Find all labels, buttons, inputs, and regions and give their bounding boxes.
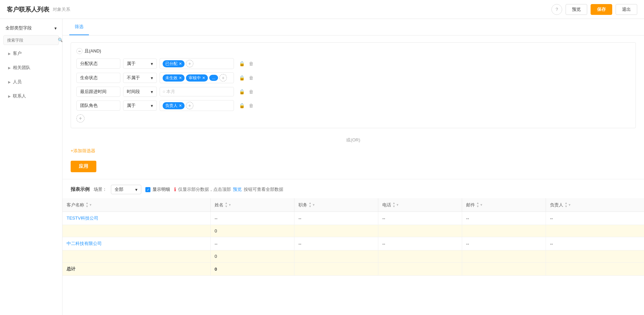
sidebar-item-customer[interactable]: ▶ 客户 (0, 48, 62, 59)
tag-remove-icon[interactable]: ✕ (179, 104, 182, 108)
search-input[interactable] (7, 38, 58, 43)
filter-row-1: 分配状态 属于 ▾ 已分配 ✕ + (76, 58, 630, 69)
filter-row-3: 最后跟进时间 时间段 ▾ ○ 本月 🔒 🗑 (76, 87, 630, 97)
tag-more: ... (209, 75, 218, 81)
filter-field-2: 生命状态 (76, 73, 120, 83)
tag-add-button-1[interactable]: + (186, 60, 193, 67)
lock-icon[interactable]: 🔒 (238, 102, 245, 109)
sort-customer[interactable]: ▲ ▼ (86, 202, 89, 208)
sidebar-item-team[interactable]: ▶ 相关团队 (0, 62, 62, 73)
filter-email-icon[interactable]: ▾ (480, 203, 482, 207)
cell-customer-name-2: 中二科技有限公司 (63, 237, 210, 250)
arrow-icon: ▶ (8, 94, 11, 98)
lock-icon[interactable]: 🔒 (238, 60, 245, 67)
time-placeholder: ○ 本月 (163, 89, 175, 95)
or-divider[interactable]: 或(OR) (71, 134, 636, 147)
tabs: 筛选 (63, 19, 644, 36)
chevron-down-icon: ▾ (54, 26, 57, 31)
sort-position[interactable]: ▲ ▼ (309, 202, 312, 208)
table-row-subtotal: 0 (63, 250, 644, 263)
customer-link-2[interactable]: 中二科技有限公司 (67, 241, 102, 246)
scene-label: 场景： (94, 186, 107, 193)
sidebar-field-type[interactable]: 全部类型字段 ▾ (0, 22, 62, 34)
filter-value-4: 负责人 ✕ + (160, 100, 234, 111)
tab-filter[interactable]: 筛选 (69, 19, 89, 35)
subtotal-label-1 (63, 225, 210, 237)
report-header: 报表示例 场景： 全部 ▾ 显示明细 ℹ 仅显示部分数据，点击顶部 预览 按 (63, 179, 644, 198)
scene-select[interactable]: 全部 ▾ (111, 185, 141, 194)
sort-phone[interactable]: ▲ ▼ (392, 202, 396, 208)
filter-op-2[interactable]: 不属于 ▾ (123, 73, 157, 83)
table-row: TESTV科技公司 -- -- -- -- -- (63, 212, 644, 225)
info-text2: 按钮可查看全部数据 (244, 186, 283, 193)
filter-field-4: 团队角色 (76, 100, 120, 111)
filter-customer-icon[interactable]: ▾ (90, 203, 92, 207)
subtotal-value-1: 0 (210, 225, 294, 237)
delete-icon[interactable]: 🗑 (247, 74, 255, 82)
sidebar-group-people: ▶ 人员 (0, 75, 62, 89)
preview-link[interactable]: 预览 (233, 186, 242, 193)
col-header-owner: 负责人 ▲ ▼ ▾ (546, 198, 644, 212)
preview-button[interactable]: 预览 (566, 4, 587, 15)
sidebar-item-people[interactable]: ▶ 人员 (0, 76, 62, 88)
add-condition-button[interactable]: + (76, 114, 85, 122)
tag-remove-icon[interactable]: ✕ (179, 76, 182, 80)
lock-icon[interactable]: 🔒 (238, 88, 245, 95)
sort-email[interactable]: ▲ ▼ (476, 202, 479, 208)
cell-phone-2: -- (378, 237, 462, 250)
sidebar-group-contact: ▶ 联系人 (0, 89, 62, 103)
exit-button[interactable]: 退出 (616, 4, 637, 15)
sidebar-label-customer: 客户 (13, 50, 22, 57)
col-header-name: 姓名 ▲ ▼ ▾ (210, 198, 294, 212)
tag-add-button-2[interactable]: + (219, 74, 227, 82)
filter-owner-icon[interactable]: ▾ (569, 203, 571, 207)
col-header-phone: 电话 ▲ ▼ ▾ (378, 198, 462, 212)
subtotal-value-2: 0 (210, 250, 294, 263)
cell-owner-2: -- (546, 237, 644, 250)
sidebar-item-contact[interactable]: ▶ 联系人 (0, 90, 62, 102)
chevron-down-icon: ▾ (151, 103, 153, 108)
filter-row-2: 生命状态 不属于 ▾ 未生效 ✕ 审 (76, 72, 630, 83)
report-label: 报表示例 (71, 186, 90, 193)
page-subtitle: 对象关系 (53, 6, 70, 13)
filter-position-icon[interactable]: ▾ (313, 203, 315, 207)
filter-value-2: 未生效 ✕ 审核中 ✕ ... + (160, 72, 234, 83)
filter-row-4: 团队角色 属于 ▾ 负责人 ✕ + (76, 100, 630, 111)
customer-link-1[interactable]: TESTV科技公司 (67, 216, 98, 221)
and-group: − 且(AND) 分配状态 属于 ▾ 已 (71, 42, 636, 128)
minus-button[interactable]: − (76, 48, 82, 54)
help-button[interactable]: ? (551, 4, 562, 15)
tag-add-button-4[interactable]: + (186, 102, 193, 109)
sidebar: 全部类型字段 ▾ 🔍 ▶ 客户 ▶ 相关团队 (0, 19, 63, 315)
apply-button[interactable]: 应用 (71, 161, 96, 172)
filter-name-icon[interactable]: ▾ (229, 203, 231, 207)
sidebar-label-people: 人员 (13, 79, 22, 85)
delete-icon[interactable]: 🗑 (247, 88, 255, 95)
tag-remove-icon[interactable]: ✕ (202, 76, 205, 80)
sidebar-label-team: 相关团队 (13, 65, 30, 71)
search-field-container: 🔍 (3, 35, 59, 45)
sort-owner[interactable]: ▲ ▼ (565, 202, 568, 208)
delete-icon[interactable]: 🗑 (247, 60, 255, 67)
show-detail-toggle[interactable]: 显示明细 (145, 186, 170, 193)
filter-op-4[interactable]: 属于 ▾ (123, 100, 157, 111)
filter-phone-icon[interactable]: ▾ (397, 203, 399, 207)
save-button[interactable]: 保存 (591, 4, 612, 15)
page-title: 客户联系人列表 (7, 5, 49, 14)
filter-actions-2: 🔒 🗑 (238, 74, 255, 82)
add-filter-link[interactable]: +添加筛选器 (71, 147, 95, 155)
table-row-subtotal: 0 (63, 225, 644, 237)
info-text: 仅显示部分数据，点击顶部 (178, 186, 231, 193)
tag-remove-icon[interactable]: ✕ (179, 62, 182, 66)
sort-name[interactable]: ▲ ▼ (225, 202, 228, 208)
cell-phone-1: -- (378, 212, 462, 225)
filter-op-3[interactable]: 时间段 ▾ (123, 87, 157, 97)
delete-icon[interactable]: 🗑 (247, 102, 255, 109)
arrow-icon: ▶ (8, 52, 11, 55)
filter-op-1[interactable]: 属于 ▾ (123, 59, 157, 69)
report-table: 客户名称 ▲ ▼ ▾ (63, 198, 644, 276)
total-value: 0 (210, 263, 294, 276)
lock-icon[interactable]: 🔒 (238, 74, 245, 82)
table-row: 中二科技有限公司 -- -- -- -- -- (63, 237, 644, 250)
help-icon: ? (555, 7, 558, 12)
